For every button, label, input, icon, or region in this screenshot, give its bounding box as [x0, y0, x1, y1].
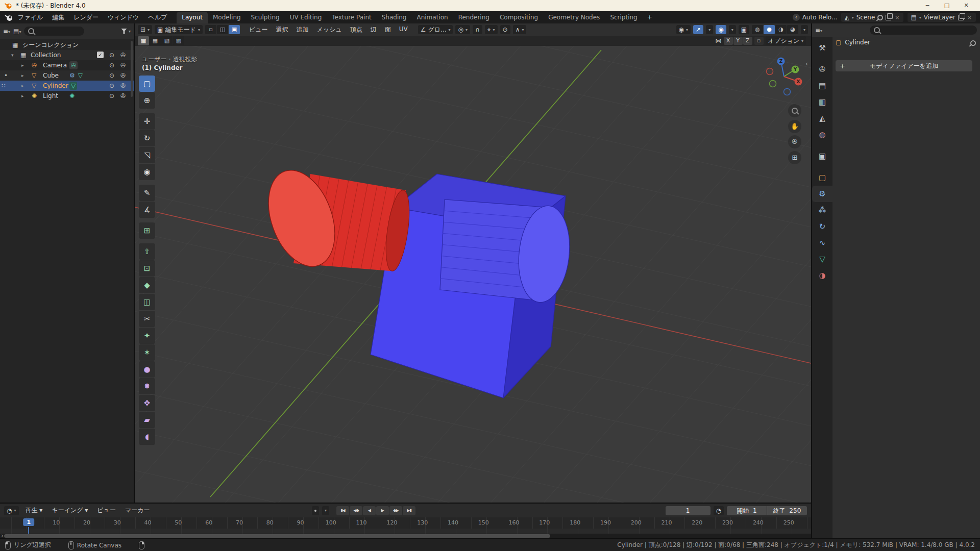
outliner-display-mode-button[interactable]: ▤▾	[13, 28, 21, 35]
outliner-row-cylinder[interactable]: ∷▸▽Cylinder▽⊙✇	[0, 81, 134, 91]
poly-build-tool[interactable]: ✦	[139, 328, 155, 344]
knife-tool[interactable]: ✂	[139, 311, 155, 327]
rip-region-tool[interactable]: ◖	[139, 429, 155, 445]
pin-icon[interactable]	[969, 39, 977, 47]
workspace-tab-rendering[interactable]: Rendering	[453, 12, 495, 23]
workspace-tab-sculpting[interactable]: Sculpting	[246, 12, 285, 23]
workspace-tab-uv-editing[interactable]: UV Editing	[285, 12, 327, 23]
remove-view-layer-icon[interactable]: ×	[966, 14, 973, 21]
visibility-eye-icon[interactable]: ⊙	[109, 60, 114, 70]
pan-button[interactable]: ✋	[788, 120, 801, 133]
loop-cut-tool[interactable]: ◫	[139, 294, 155, 310]
inset-faces-tool[interactable]: ⊡	[139, 260, 155, 277]
rotate-tool[interactable]: ↻	[139, 130, 155, 146]
minimize-button[interactable]: ─	[918, 0, 937, 11]
viewport-menu-mesh[interactable]: メッシュ	[313, 24, 346, 35]
auto-reload-status[interactable]: ‹ Auto Relo...	[793, 14, 838, 21]
workspace-tab-geometry-nodes[interactable]: Geometry Nodes	[543, 12, 605, 23]
transform-tool[interactable]: ◉	[139, 164, 155, 180]
outliner-row-scene-collection[interactable]: ▦ シーンコレクション	[0, 40, 134, 50]
shrink-fatten-tool[interactable]: ✥	[139, 395, 155, 411]
randomize-tool[interactable]: ✸	[139, 378, 155, 394]
viewport-menu-select[interactable]: 選択	[273, 24, 292, 35]
gizmos-toggle[interactable]: ↗	[693, 25, 703, 34]
timeline-menu-view[interactable]: ビュー	[93, 505, 119, 516]
workspace-tab-animation[interactable]: Animation	[411, 12, 453, 23]
snap-toggle[interactable]: ∩	[473, 25, 482, 34]
viewport-menu-uv[interactable]: UV	[396, 24, 411, 35]
outliner-row-collection[interactable]: ▾▦Collection✓⊙✇	[0, 50, 134, 60]
vertex-select-mode-button[interactable]: ▫	[205, 25, 216, 34]
horizontal-scrollbar[interactable]	[4, 534, 550, 538]
view-layer-tab[interactable]: ▥	[812, 94, 832, 110]
use-preview-range-button[interactable]: ◔	[714, 506, 724, 515]
select-box-tool[interactable]: ▢	[139, 76, 155, 92]
mode-dropdown[interactable]: ▣ 編集モード ▾	[155, 25, 203, 34]
properties-search-input[interactable]	[870, 26, 977, 35]
outliner-row-light[interactable]: ▸✺Light✺⊙✇	[0, 91, 134, 101]
timeline-menu-playback[interactable]: 再生 ▾	[22, 505, 46, 516]
mirror-axis-x-button[interactable]: X	[724, 37, 733, 45]
camera-view-button[interactable]: ✇	[788, 135, 801, 148]
play-button[interactable]: ▶	[376, 506, 389, 515]
snap-target-dropdown[interactable]: ⌖▾	[485, 25, 498, 34]
proportional-edit-toggle[interactable]: ⊙	[500, 25, 510, 34]
visibility-eye-icon[interactable]: ⊙	[109, 91, 114, 101]
move-tool[interactable]: ✛	[139, 113, 155, 130]
options-dropdown[interactable]: オプション ▾	[766, 36, 806, 45]
add-cube-tool[interactable]: ⊞	[139, 222, 155, 239]
extrude-region-tool[interactable]: ⇧	[139, 243, 155, 260]
rendered-shading-button[interactable]: ◕	[787, 25, 798, 34]
add-workspace-button[interactable]: +	[643, 12, 657, 22]
outliner-editor-type-button[interactable]: ≡▾	[3, 28, 10, 35]
menu-render[interactable]: レンダー	[69, 12, 103, 23]
viewport-menu-add[interactable]: 追加	[293, 24, 312, 35]
outliner-row-camera[interactable]: ▸✇Camera✇⊙✇	[0, 60, 134, 70]
end-frame-field[interactable]: 終了 250	[767, 506, 807, 515]
modifier-tab[interactable]: ⚙	[812, 186, 832, 202]
sidebar-toggle-icon[interactable]: ‹	[805, 60, 808, 67]
duplicate-scene-icon[interactable]	[886, 15, 891, 20]
workspace-tab-shading[interactable]: Shading	[377, 12, 412, 23]
disclosure-arrow-icon[interactable]: ▸	[21, 91, 24, 101]
collection-checkbox[interactable]: ✓	[97, 52, 104, 58]
jump-to-start-button[interactable]: ▮◀	[336, 506, 349, 515]
zoom-button[interactable]	[788, 104, 801, 117]
proportional-falloff-dropdown[interactable]: ∧▾	[513, 25, 527, 34]
outliner-filter-button[interactable]: ▾	[121, 29, 131, 34]
maximize-button[interactable]: □	[937, 0, 957, 11]
material-tab[interactable]: ◑	[812, 267, 832, 284]
perspective-toggle-button[interactable]: ⊞	[788, 151, 801, 164]
outliner-scrollbar[interactable]	[131, 41, 133, 97]
data-tab[interactable]: ▽	[812, 251, 832, 267]
unlink-scene-icon[interactable]: ×	[894, 14, 900, 21]
world-tab[interactable]: ◍	[812, 127, 832, 143]
select-option-2[interactable]: ▧	[161, 36, 173, 45]
correct-face-attributes-toggle[interactable]: ▫	[754, 37, 764, 45]
timeline-menu-marker[interactable]: マーカー	[121, 505, 154, 516]
collection-properties-tab[interactable]: ▣	[812, 148, 832, 164]
select-option-3[interactable]: ▨	[173, 36, 184, 45]
menu-file[interactable]: ファイル	[13, 12, 47, 23]
smooth-tool[interactable]: ●	[139, 361, 155, 378]
pivot-point-dropdown[interactable]: ◎▾	[455, 25, 470, 34]
duplicate-view-layer-icon[interactable]	[958, 15, 964, 20]
next-keyframe-button[interactable]: ◆▶	[389, 506, 402, 515]
timeline-track[interactable]	[0, 529, 811, 534]
annotate-tool[interactable]: ✎	[139, 185, 155, 201]
cursor-tool[interactable]: ⊕	[139, 92, 155, 109]
close-button[interactable]: ✕	[957, 0, 976, 11]
auto-keying-button[interactable]	[312, 506, 319, 515]
disclosure-arrow-icon[interactable]: ▸	[21, 70, 24, 81]
face-select-mode-button[interactable]: ▣	[229, 25, 240, 34]
mirror-axis-y-button[interactable]: Y	[733, 37, 743, 45]
play-reverse-button[interactable]: ◀	[363, 506, 376, 515]
visibility-eye-icon[interactable]: ⊙	[109, 70, 114, 81]
scale-tool[interactable]: ◹	[139, 147, 155, 163]
visibility-eye-icon[interactable]: ⊙	[109, 81, 114, 91]
pin-icon[interactable]	[876, 13, 885, 21]
previous-keyframe-button[interactable]: ◀◆	[350, 506, 362, 515]
outliner-search-input[interactable]	[24, 27, 84, 36]
xray-toggle[interactable]: ▣	[739, 25, 749, 34]
current-frame-field[interactable]: 1	[666, 506, 710, 515]
